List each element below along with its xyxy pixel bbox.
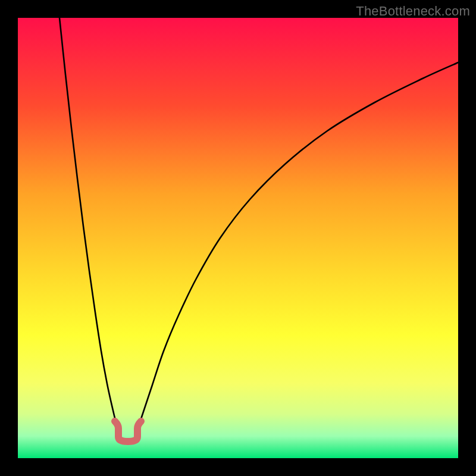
watermark-text: TheBottleneck.com xyxy=(356,4,470,19)
chart-frame: TheBottleneck.com xyxy=(0,0,476,476)
plot-area xyxy=(18,18,458,458)
chart-svg xyxy=(18,18,458,458)
gradient-background xyxy=(18,18,458,458)
